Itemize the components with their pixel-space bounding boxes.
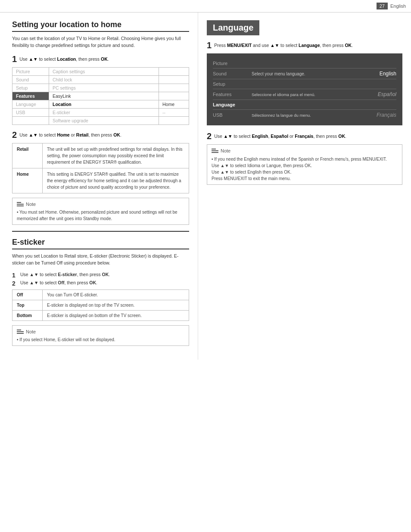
lang-step1-num: 1 bbox=[207, 40, 212, 50]
location-note-header: Note bbox=[17, 201, 184, 208]
lang-cat-picture: Picture bbox=[213, 61, 252, 66]
menu-row-sound: Sound Child lock bbox=[12, 75, 189, 84]
esticker-step1-num: 1 bbox=[12, 272, 18, 279]
menu-row-setup: Setup PC settings bbox=[12, 84, 189, 92]
menu-cat-language: Language bbox=[12, 100, 49, 108]
section-location-title: Setting your location to home bbox=[12, 20, 189, 32]
menu-item-easylink: EasyLink bbox=[49, 92, 159, 100]
menu-row-features: Features EasyLink bbox=[12, 92, 189, 100]
menu-value-caption bbox=[159, 67, 189, 75]
location-note: Note • You must set Home. Otherwise, per… bbox=[12, 198, 189, 225]
esticker-note-label: Note bbox=[26, 328, 36, 336]
menu-item-location: Location bbox=[49, 100, 159, 108]
esticker-top-row: Top E-sticker is displayed on top of the… bbox=[12, 300, 189, 310]
section-esticker-desc: When you set Location to Retail store, E… bbox=[12, 253, 189, 267]
lang-step2-num: 2 bbox=[207, 131, 212, 141]
menu-item-childlock: Child lock bbox=[49, 75, 159, 84]
page-number: 27 bbox=[377, 3, 388, 9]
esticker-options-table: Off You can Turn Off E-sticker. Top E-st… bbox=[12, 289, 189, 321]
section-location-desc: You can set the location of your TV to H… bbox=[12, 35, 189, 49]
lang-panel-sound: Sound Select your menu language. English bbox=[213, 68, 396, 79]
esticker-top-label: Top bbox=[12, 300, 43, 310]
menu-item-esticker: E-sticker bbox=[49, 108, 159, 116]
step2-text: Use ▲▼ to select Home or Retail, then pr… bbox=[19, 130, 121, 139]
step2-number: 2 bbox=[12, 130, 17, 140]
language-panel: Picture Sound Select your menu language.… bbox=[207, 53, 402, 125]
menu-row-language: Language Location Home bbox=[12, 100, 189, 108]
lang-cat-language: Language bbox=[213, 102, 252, 107]
right-column: Language 1 Press MENU/EXIT and use ▲▼ to… bbox=[198, 12, 411, 360]
lang-cat-usb: USB bbox=[213, 112, 252, 118]
retail-text: The unit will be set up with predefined … bbox=[43, 143, 189, 168]
menu-item-software: Software upgrade bbox=[49, 116, 159, 124]
language-note-header: Note bbox=[212, 147, 398, 155]
lang-panel-language: Language bbox=[213, 100, 396, 110]
esticker-step2: 2 Use ▲▼ to select Off, then press OK. bbox=[12, 280, 189, 287]
esticker-bottom-row: Bottom E-sticker is displayed on bottom … bbox=[12, 310, 189, 320]
lang-desc-usb: Sélectionnez la langue du menu. bbox=[252, 113, 358, 118]
retail-label: Retail bbox=[12, 143, 43, 168]
lang-panel-features: Features Seleccione el idioma para el me… bbox=[213, 89, 396, 100]
section-esticker-title: E-sticker bbox=[12, 238, 189, 249]
section-language-title: Language bbox=[207, 20, 259, 35]
esticker-note-header: Note bbox=[17, 328, 184, 336]
lang-desc-features: Seleccione el idioma para el menú. bbox=[252, 92, 358, 97]
menu-cat-picture: Picture bbox=[12, 67, 49, 75]
menu-value-easylink bbox=[159, 92, 189, 100]
retail-row: Retail The unit will be set up with pred… bbox=[12, 143, 189, 168]
esticker-off-text: You can Turn Off E-sticker. bbox=[43, 289, 189, 300]
esticker-note-icon bbox=[17, 329, 24, 335]
lang-value-espanol: Español bbox=[358, 91, 396, 97]
location-note-label: Note bbox=[26, 201, 36, 208]
esticker-off-label: Off bbox=[12, 289, 43, 300]
home-text: This setting is ENERGY STAR® qualified. … bbox=[43, 168, 189, 193]
menu-row-usb: USB E-sticker -- bbox=[12, 108, 189, 116]
step1-text: Use ▲▼ to select Location, then press OK… bbox=[19, 54, 109, 63]
menu-value-childlock bbox=[159, 75, 189, 84]
home-label: Home bbox=[12, 168, 43, 193]
lang-desc-sound: Select your menu language. bbox=[252, 72, 358, 76]
lang-panel-usb: USB Sélectionnez la langue du menu. Fran… bbox=[213, 110, 396, 120]
menu-item-caption: Caption settings bbox=[49, 67, 159, 75]
left-column: Setting your location to home You can se… bbox=[0, 12, 198, 360]
esticker-step2-text: Use ▲▼ to select Off, then press OK. bbox=[20, 280, 97, 285]
lang-panel-picture: Picture bbox=[213, 59, 396, 68]
esticker-step1-text: Use ▲▼ to select E-sticker, then press O… bbox=[20, 272, 110, 277]
main-layout: Setting your location to home You can se… bbox=[0, 12, 411, 360]
lang-step2: 2 Use ▲▼ to select English, Español or F… bbox=[207, 131, 402, 141]
esticker-note: Note • If you select Home, E-sticker wil… bbox=[12, 325, 189, 346]
language-note-text: • If you need the English menu instead o… bbox=[212, 156, 398, 182]
menu-cat-blank bbox=[12, 116, 49, 124]
lang-cat-setup: Setup bbox=[213, 81, 252, 87]
esticker-bottom-label: Bottom bbox=[12, 310, 43, 320]
lang-note-icon bbox=[212, 148, 218, 154]
menu-cat-sound: Sound bbox=[12, 75, 49, 84]
lang-value-francais: Français bbox=[358, 112, 396, 118]
step2-location: 2 Use ▲▼ to select Home or Retail, then … bbox=[12, 130, 189, 140]
lang-step1-text: Press MENU/EXIT and use ▲▼ to select Lan… bbox=[214, 40, 353, 49]
language-note-label: Note bbox=[221, 147, 230, 155]
retail-home-table: Retail The unit will be set up with pred… bbox=[12, 143, 189, 193]
section-language: Language 1 Press MENU/EXIT and use ▲▼ to… bbox=[207, 20, 402, 185]
lang-cat-sound: Sound bbox=[213, 71, 252, 76]
step1-location: 1 Use ▲▼ to select Location, then press … bbox=[12, 54, 189, 64]
esticker-step2-num: 2 bbox=[12, 280, 18, 287]
lang-panel-setup: Setup bbox=[213, 79, 396, 89]
page-header: 27 English bbox=[0, 0, 411, 12]
menu-value-esticker: -- bbox=[159, 108, 189, 116]
lang-step1: 1 Press MENU/EXIT and use ▲▼ to select L… bbox=[207, 40, 402, 50]
step1-number: 1 bbox=[12, 54, 17, 64]
menu-cat-setup: Setup bbox=[12, 84, 49, 92]
location-note-text: • You must set Home. Otherwise, personal… bbox=[17, 209, 184, 222]
lang-step2-text: Use ▲▼ to select English, Español or Fra… bbox=[214, 131, 346, 140]
section-esticker: E-sticker When you set Location to Retai… bbox=[12, 238, 189, 346]
section-divider bbox=[12, 231, 189, 232]
esticker-off-row: Off You can Turn Off E-sticker. bbox=[12, 289, 189, 300]
menu-value-software bbox=[159, 116, 189, 124]
esticker-top-text: E-sticker is displayed on top of the TV … bbox=[43, 300, 189, 310]
home-row: Home This setting is ENERGY STAR® qualif… bbox=[12, 168, 189, 193]
menu-value-location: Home bbox=[159, 100, 189, 108]
location-menu-table: Picture Caption settings Sound Child loc… bbox=[12, 67, 189, 125]
esticker-note-text: • If you select Home, E-sticker will not… bbox=[17, 336, 184, 343]
menu-cat-usb: USB bbox=[12, 108, 49, 116]
